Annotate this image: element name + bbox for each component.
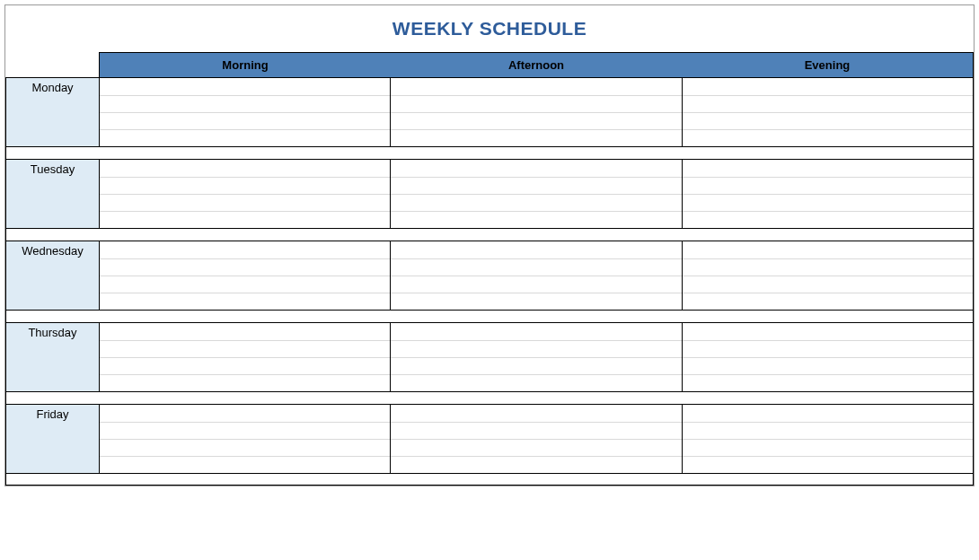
schedule-cell[interactable] — [391, 241, 681, 258]
schedule-cell[interactable] — [100, 405, 390, 422]
schedule-cell[interactable] — [391, 323, 681, 340]
schedule-cell[interactable] — [391, 276, 681, 293]
schedule-cell[interactable] — [100, 439, 390, 456]
schedule-cell[interactable] — [100, 357, 390, 374]
schedule-column — [682, 323, 973, 391]
schedule-cell[interactable] — [683, 340, 973, 357]
page-title: WEEKLY SCHEDULE — [5, 5, 974, 52]
day-gap — [5, 147, 974, 159]
schedule-column — [390, 241, 681, 310]
day-grid — [100, 405, 973, 473]
schedule-cell[interactable] — [683, 258, 973, 276]
schedule-cell[interactable] — [100, 112, 390, 129]
schedule-cell[interactable] — [683, 276, 973, 293]
schedule-cell[interactable] — [100, 276, 390, 293]
schedule-cell[interactable] — [683, 357, 973, 374]
schedule-cell[interactable] — [683, 456, 973, 473]
schedule-cell[interactable] — [100, 374, 390, 391]
schedule-column — [100, 78, 390, 146]
schedule-cell[interactable] — [100, 422, 390, 439]
days-container: MondayTuesdayWednesdayThursdayFriday — [5, 77, 974, 486]
schedule-column — [100, 405, 390, 473]
schedule-cell[interactable] — [683, 112, 973, 129]
schedule-cell[interactable] — [391, 78, 681, 95]
day-grid — [100, 160, 973, 228]
schedule-cell[interactable] — [683, 95, 973, 112]
schedule-column — [682, 405, 973, 473]
schedule-cell[interactable] — [100, 323, 390, 340]
schedule-cell[interactable] — [683, 422, 973, 439]
day-grid — [100, 323, 973, 391]
schedule-column — [390, 323, 681, 391]
schedule-cell[interactable] — [100, 194, 390, 211]
day-grid — [100, 241, 973, 310]
schedule-cell[interactable] — [391, 293, 681, 310]
day-gap — [5, 474, 974, 486]
schedule-cell[interactable] — [391, 405, 681, 422]
schedule-cell[interactable] — [100, 177, 390, 194]
day-gap — [5, 229, 974, 241]
schedule-cell[interactable] — [391, 177, 681, 194]
day-block: Wednesday — [5, 241, 974, 311]
schedule-cell[interactable] — [683, 241, 973, 258]
schedule-cell[interactable] — [100, 95, 390, 112]
schedule-cell[interactable] — [391, 439, 681, 456]
schedule-cell[interactable] — [100, 258, 390, 276]
schedule-cell[interactable] — [683, 374, 973, 391]
schedule-cell[interactable] — [683, 160, 973, 177]
schedule-column — [390, 160, 681, 228]
schedule-cell[interactable] — [391, 129, 681, 146]
schedule-cell[interactable] — [100, 456, 390, 473]
column-header-row: Morning Afternoon Evening — [5, 52, 974, 77]
weekly-schedule-page: WEEKLY SCHEDULE Morning Afternoon Evenin… — [4, 4, 975, 486]
schedule-cell[interactable] — [683, 323, 973, 340]
schedule-cell[interactable] — [391, 258, 681, 276]
day-label: Wednesday — [6, 241, 100, 310]
schedule-cell[interactable] — [391, 456, 681, 473]
schedule-cell[interactable] — [391, 211, 681, 228]
schedule-cell[interactable] — [683, 129, 973, 146]
column-header-band: Morning Afternoon Evening — [99, 52, 974, 77]
day-grid — [100, 78, 973, 146]
schedule-cell[interactable] — [683, 177, 973, 194]
day-block: Tuesday — [5, 159, 974, 229]
schedule-column — [100, 160, 390, 228]
schedule-column — [682, 241, 973, 310]
schedule-column — [682, 160, 973, 228]
schedule-cell[interactable] — [683, 405, 973, 422]
day-label: Monday — [6, 78, 100, 146]
schedule-cell[interactable] — [391, 95, 681, 112]
schedule-cell[interactable] — [683, 211, 973, 228]
schedule-cell[interactable] — [391, 160, 681, 177]
day-label: Thursday — [6, 323, 100, 391]
schedule-cell[interactable] — [391, 194, 681, 211]
schedule-cell[interactable] — [100, 340, 390, 357]
schedule-cell[interactable] — [683, 194, 973, 211]
day-block: Monday — [5, 77, 974, 147]
day-gap — [5, 392, 974, 404]
schedule-column — [390, 78, 681, 146]
schedule-column — [100, 323, 390, 391]
schedule-cell[interactable] — [100, 293, 390, 310]
day-gap — [5, 311, 974, 322]
schedule-cell[interactable] — [391, 374, 681, 391]
schedule-cell[interactable] — [100, 241, 390, 258]
column-header-afternoon: Afternoon — [391, 53, 682, 77]
schedule-cell[interactable] — [100, 129, 390, 146]
day-label: Tuesday — [6, 160, 100, 228]
schedule-cell[interactable] — [391, 112, 681, 129]
schedule-cell[interactable] — [391, 340, 681, 357]
schedule-cell[interactable] — [391, 422, 681, 439]
column-header-morning: Morning — [100, 53, 391, 77]
schedule-cell[interactable] — [100, 78, 390, 95]
schedule-column — [682, 78, 973, 146]
column-header-evening: Evening — [682, 53, 973, 77]
schedule-column — [390, 405, 681, 473]
schedule-cell[interactable] — [391, 357, 681, 374]
schedule-cell[interactable] — [100, 160, 390, 177]
schedule-cell[interactable] — [100, 211, 390, 228]
schedule-cell[interactable] — [683, 293, 973, 310]
schedule-cell[interactable] — [683, 439, 973, 456]
day-label: Friday — [6, 405, 100, 473]
schedule-cell[interactable] — [683, 78, 973, 95]
